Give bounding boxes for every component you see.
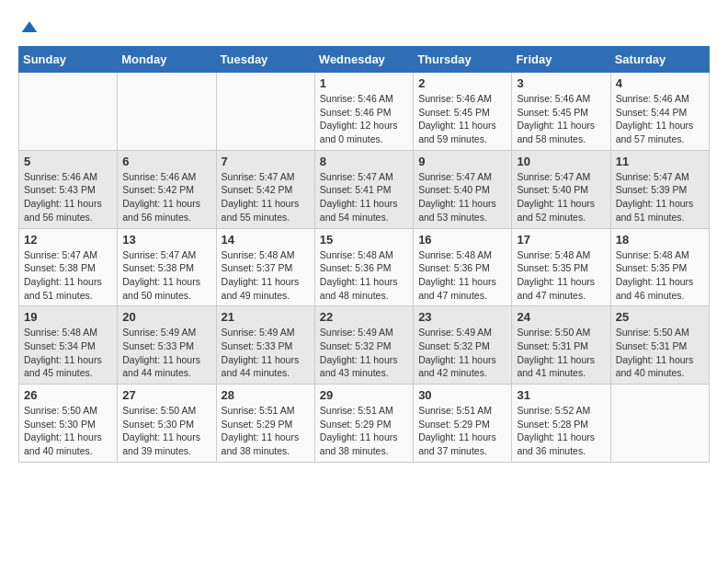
day-number: 25 xyxy=(616,310,704,324)
day-header-saturday: Saturday xyxy=(610,47,709,73)
day-info: Sunrise: 5:48 AM Sunset: 5:35 PM Dayligh… xyxy=(616,248,704,303)
day-info: Sunrise: 5:48 AM Sunset: 5:35 PM Dayligh… xyxy=(517,248,605,303)
calendar-cell xyxy=(19,73,118,151)
day-info: Sunrise: 5:46 AM Sunset: 5:46 PM Dayligh… xyxy=(320,92,408,146)
calendar-cell: 17Sunrise: 5:48 AM Sunset: 5:35 PM Dayli… xyxy=(512,228,610,306)
calendar-cell: 20Sunrise: 5:49 AM Sunset: 5:33 PM Dayli… xyxy=(118,306,216,385)
day-header-thursday: Thursday xyxy=(414,47,512,73)
calendar-cell xyxy=(610,385,709,463)
day-info: Sunrise: 5:47 AM Sunset: 5:39 PM Dayligh… xyxy=(616,170,704,224)
calendar-cell: 24Sunrise: 5:50 AM Sunset: 5:31 PM Dayli… xyxy=(512,306,610,385)
calendar-cell: 10Sunrise: 5:47 AM Sunset: 5:40 PM Dayli… xyxy=(512,150,610,228)
day-number: 28 xyxy=(222,388,310,402)
day-info: Sunrise: 5:48 AM Sunset: 5:37 PM Dayligh… xyxy=(222,248,310,303)
day-number: 1 xyxy=(320,76,408,90)
page-header xyxy=(18,18,710,37)
day-info: Sunrise: 5:49 AM Sunset: 5:32 PM Dayligh… xyxy=(418,326,506,380)
calendar-cell: 3Sunrise: 5:46 AM Sunset: 5:45 PM Daylig… xyxy=(512,73,610,151)
day-info: Sunrise: 5:48 AM Sunset: 5:36 PM Dayligh… xyxy=(320,248,408,303)
calendar-cell: 15Sunrise: 5:48 AM Sunset: 5:36 PM Dayli… xyxy=(314,228,413,306)
calendar-cell: 4Sunrise: 5:46 AM Sunset: 5:44 PM Daylig… xyxy=(610,73,709,151)
day-number: 16 xyxy=(418,233,506,247)
calendar-cell: 7Sunrise: 5:47 AM Sunset: 5:42 PM Daylig… xyxy=(216,150,314,228)
calendar-cell: 12Sunrise: 5:47 AM Sunset: 5:38 PM Dayli… xyxy=(19,228,118,306)
calendar-week-row: 5Sunrise: 5:46 AM Sunset: 5:43 PM Daylig… xyxy=(19,150,710,228)
day-header-friday: Friday xyxy=(512,47,610,73)
calendar-cell: 5Sunrise: 5:46 AM Sunset: 5:43 PM Daylig… xyxy=(19,150,118,228)
day-number: 26 xyxy=(24,388,112,402)
day-number: 29 xyxy=(320,388,408,402)
calendar-cell: 25Sunrise: 5:50 AM Sunset: 5:31 PM Dayli… xyxy=(610,306,709,385)
day-number: 12 xyxy=(24,233,112,247)
calendar-cell: 31Sunrise: 5:52 AM Sunset: 5:28 PM Dayli… xyxy=(512,385,610,463)
calendar-week-row: 19Sunrise: 5:48 AM Sunset: 5:34 PM Dayli… xyxy=(19,306,710,385)
day-number: 22 xyxy=(320,310,408,324)
day-info: Sunrise: 5:51 AM Sunset: 5:29 PM Dayligh… xyxy=(320,404,408,458)
calendar-cell: 1Sunrise: 5:46 AM Sunset: 5:46 PM Daylig… xyxy=(314,73,413,151)
day-number: 31 xyxy=(517,388,605,402)
day-info: Sunrise: 5:51 AM Sunset: 5:29 PM Dayligh… xyxy=(222,404,310,458)
logo xyxy=(18,18,39,37)
calendar-cell: 30Sunrise: 5:51 AM Sunset: 5:29 PM Dayli… xyxy=(414,385,512,463)
day-info: Sunrise: 5:46 AM Sunset: 5:43 PM Dayligh… xyxy=(24,170,112,224)
day-header-sunday: Sunday xyxy=(19,47,118,73)
day-number: 10 xyxy=(517,155,605,168)
day-info: Sunrise: 5:50 AM Sunset: 5:30 PM Dayligh… xyxy=(122,404,210,458)
calendar-cell: 26Sunrise: 5:50 AM Sunset: 5:30 PM Dayli… xyxy=(19,385,118,463)
day-info: Sunrise: 5:47 AM Sunset: 5:42 PM Dayligh… xyxy=(222,170,310,224)
calendar-cell: 29Sunrise: 5:51 AM Sunset: 5:29 PM Dayli… xyxy=(314,385,413,463)
calendar-cell: 11Sunrise: 5:47 AM Sunset: 5:39 PM Dayli… xyxy=(610,150,709,228)
calendar-cell: 8Sunrise: 5:47 AM Sunset: 5:41 PM Daylig… xyxy=(314,150,413,228)
day-number: 30 xyxy=(418,388,506,402)
calendar-cell xyxy=(118,73,216,151)
day-info: Sunrise: 5:49 AM Sunset: 5:33 PM Dayligh… xyxy=(222,326,310,380)
calendar-cell: 13Sunrise: 5:47 AM Sunset: 5:38 PM Dayli… xyxy=(118,228,216,306)
day-number: 7 xyxy=(222,155,310,168)
calendar-cell xyxy=(216,73,314,151)
day-number: 2 xyxy=(418,76,506,90)
day-number: 27 xyxy=(122,388,210,402)
day-header-wednesday: Wednesday xyxy=(314,47,413,73)
calendar-cell: 18Sunrise: 5:48 AM Sunset: 5:35 PM Dayli… xyxy=(610,228,709,306)
calendar-week-row: 1Sunrise: 5:46 AM Sunset: 5:46 PM Daylig… xyxy=(19,73,710,151)
calendar-table: SundayMondayTuesdayWednesdayThursdayFrid… xyxy=(18,46,710,463)
day-info: Sunrise: 5:47 AM Sunset: 5:41 PM Dayligh… xyxy=(320,170,408,224)
day-number: 6 xyxy=(122,155,210,168)
day-info: Sunrise: 5:51 AM Sunset: 5:29 PM Dayligh… xyxy=(418,404,506,458)
calendar-cell: 27Sunrise: 5:50 AM Sunset: 5:30 PM Dayli… xyxy=(118,385,216,463)
day-info: Sunrise: 5:50 AM Sunset: 5:30 PM Dayligh… xyxy=(24,404,112,458)
day-number: 14 xyxy=(222,233,310,247)
calendar-cell: 6Sunrise: 5:46 AM Sunset: 5:42 PM Daylig… xyxy=(118,150,216,228)
day-info: Sunrise: 5:50 AM Sunset: 5:31 PM Dayligh… xyxy=(616,326,704,380)
day-header-tuesday: Tuesday xyxy=(216,47,314,73)
calendar-week-row: 26Sunrise: 5:50 AM Sunset: 5:30 PM Dayli… xyxy=(19,385,710,463)
day-number: 15 xyxy=(320,233,408,247)
day-number: 3 xyxy=(517,76,605,90)
day-info: Sunrise: 5:46 AM Sunset: 5:45 PM Dayligh… xyxy=(517,92,605,146)
day-number: 8 xyxy=(320,155,408,168)
calendar-cell: 21Sunrise: 5:49 AM Sunset: 5:33 PM Dayli… xyxy=(216,306,314,385)
calendar-cell: 28Sunrise: 5:51 AM Sunset: 5:29 PM Dayli… xyxy=(216,385,314,463)
calendar-cell: 2Sunrise: 5:46 AM Sunset: 5:45 PM Daylig… xyxy=(414,73,512,151)
day-number: 9 xyxy=(418,155,506,168)
day-info: Sunrise: 5:48 AM Sunset: 5:34 PM Dayligh… xyxy=(24,326,112,380)
calendar-header-row: SundayMondayTuesdayWednesdayThursdayFrid… xyxy=(19,47,710,73)
calendar-cell: 16Sunrise: 5:48 AM Sunset: 5:36 PM Dayli… xyxy=(414,228,512,306)
calendar-cell: 19Sunrise: 5:48 AM Sunset: 5:34 PM Dayli… xyxy=(19,306,118,385)
day-info: Sunrise: 5:47 AM Sunset: 5:40 PM Dayligh… xyxy=(418,170,506,224)
day-info: Sunrise: 5:46 AM Sunset: 5:44 PM Dayligh… xyxy=(616,92,704,146)
calendar-cell: 22Sunrise: 5:49 AM Sunset: 5:32 PM Dayli… xyxy=(314,306,413,385)
day-info: Sunrise: 5:50 AM Sunset: 5:31 PM Dayligh… xyxy=(517,326,605,380)
day-number: 24 xyxy=(517,310,605,324)
day-number: 20 xyxy=(122,310,210,324)
day-number: 4 xyxy=(616,76,704,90)
day-info: Sunrise: 5:47 AM Sunset: 5:38 PM Dayligh… xyxy=(24,248,112,303)
calendar-cell: 23Sunrise: 5:49 AM Sunset: 5:32 PM Dayli… xyxy=(414,306,512,385)
day-number: 21 xyxy=(222,310,310,324)
day-info: Sunrise: 5:46 AM Sunset: 5:45 PM Dayligh… xyxy=(418,92,506,146)
day-info: Sunrise: 5:47 AM Sunset: 5:40 PM Dayligh… xyxy=(517,170,605,224)
svg-marker-0 xyxy=(22,21,38,32)
day-number: 19 xyxy=(24,310,112,324)
calendar-week-row: 12Sunrise: 5:47 AM Sunset: 5:38 PM Dayli… xyxy=(19,228,710,306)
day-number: 11 xyxy=(616,155,704,168)
